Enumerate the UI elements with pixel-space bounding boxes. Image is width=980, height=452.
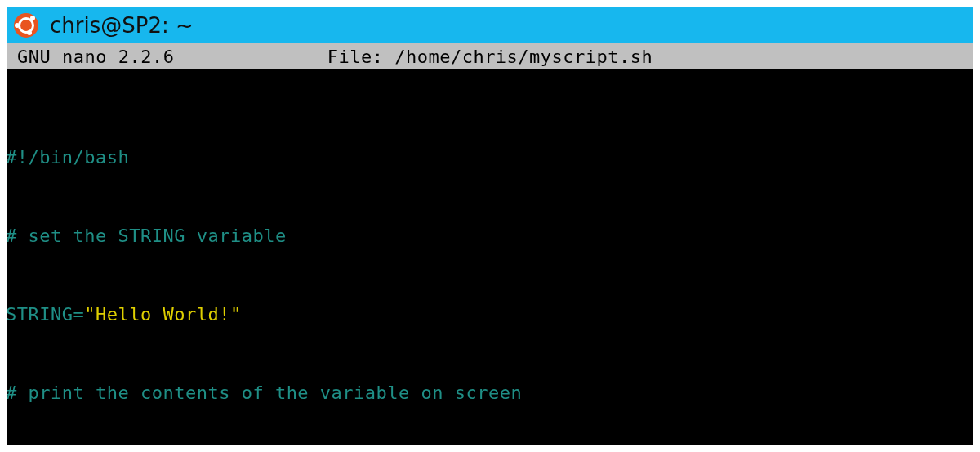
ubuntu-icon [14,13,38,38]
window-title: chris@SP2: ~ [50,13,194,38]
nano-file-label: File: /home/chris/myscript.sh [327,47,653,67]
window-titlebar[interactable]: chris@SP2: ~ [7,7,973,43]
code-string: "Hello World!" [84,304,241,324]
editor-area[interactable]: #!/bin/bash # set the STRING variable ST… [7,69,973,445]
code-assignment: STRING= [7,304,84,324]
code-comment: # set the STRING variable [7,226,287,246]
nano-status-bar: GNU nano 2.2.6 File: /home/chris/myscrip… [7,43,973,69]
terminal-window: chris@SP2: ~ GNU nano 2.2.6 File: /home/… [7,7,973,445]
code-shebang: #!/bin/bash [7,147,129,168]
nano-app-version: GNU nano 2.2.6 [7,47,174,67]
code-comment: # print the contents of the variable on … [7,383,522,403]
